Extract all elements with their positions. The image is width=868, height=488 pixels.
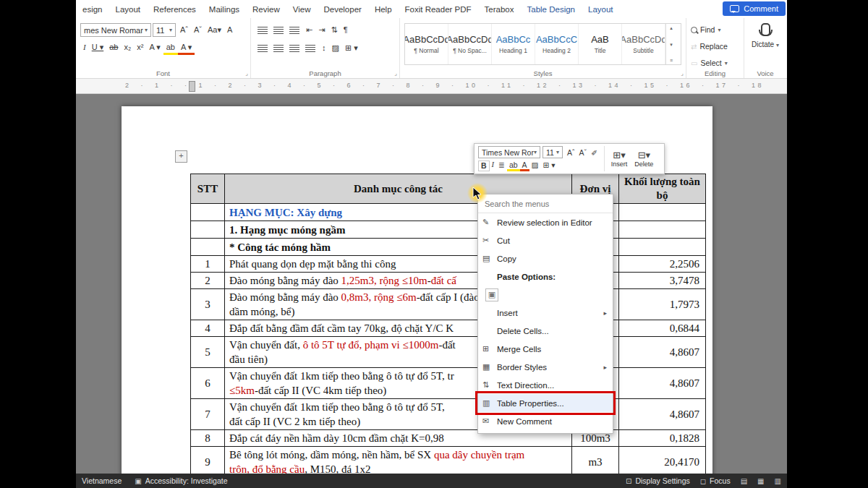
align-left-icon[interactable] bbox=[258, 45, 268, 52]
context-menu-item[interactable]: ▣ ▸ bbox=[478, 286, 613, 304]
cell-stt[interactable]: 4 bbox=[191, 320, 225, 337]
mini-font-name-select[interactable]: Times New Ror▾ bbox=[478, 146, 540, 158]
font-format-icon[interactable]: I bbox=[80, 42, 89, 55]
table-row[interactable]: HẠNG MỤC: Xây dựng bbox=[191, 204, 706, 221]
cell-stt[interactable]: 8 bbox=[191, 430, 225, 447]
paragraph-format-icon[interactable]: ⊞ ▾ bbox=[342, 43, 361, 53]
ribbon-tab[interactable]: esign bbox=[76, 5, 109, 14]
find-button[interactable]: Find ▾ bbox=[691, 23, 739, 36]
table-row[interactable]: 9 Bê tông lót móng, dầm móng, nền hầm, b… bbox=[191, 447, 706, 474]
cell-stt[interactable] bbox=[191, 221, 225, 239]
style-item[interactable]: AaBbCcDd ¶ No Spac... bbox=[448, 24, 492, 64]
dialog-launcher-icon[interactable]: ⌟ bbox=[681, 70, 684, 77]
cell-stt[interactable]: 6 bbox=[191, 368, 225, 399]
font-format-icon[interactable]: x² bbox=[134, 42, 146, 55]
font-format-icon[interactable]: A ▾ bbox=[178, 42, 195, 55]
paragraph-tool-icon[interactable]: ¶ bbox=[341, 25, 351, 35]
align-right-icon[interactable] bbox=[289, 45, 299, 52]
font-format-icon[interactable]: x₂ bbox=[121, 42, 134, 55]
cell-qty[interactable]: 0,1828 bbox=[619, 430, 706, 447]
gallery-expand-icon[interactable]: ≡ bbox=[670, 58, 673, 63]
ribbon-tab[interactable]: References bbox=[147, 5, 203, 14]
comments-button[interactable]: Comment bbox=[723, 1, 786, 16]
cell-stt[interactable]: 3 bbox=[191, 289, 225, 320]
cell-qty[interactable]: 4,8607 bbox=[619, 368, 706, 399]
cell-qty[interactable] bbox=[619, 239, 706, 256]
font-tool-icon[interactable]: Aˆ bbox=[177, 25, 191, 35]
cell-qty[interactable]: 1,7973 bbox=[619, 289, 706, 320]
print-layout-button[interactable]: ▦ bbox=[757, 477, 764, 485]
numbering-icon[interactable] bbox=[273, 27, 284, 34]
dialog-launcher-icon[interactable]: ⌟ bbox=[394, 70, 397, 77]
dictate-button[interactable]: Dictate ▾ bbox=[749, 23, 782, 48]
table-row[interactable]: 8 Đắp cát đáy nền hầm dày 10cm đầm chặt … bbox=[191, 430, 706, 447]
read-mode-button[interactable]: ▤ bbox=[741, 477, 747, 485]
focus-button[interactable]: ◻ Focus bbox=[700, 476, 731, 485]
table-move-handle-icon[interactable]: + bbox=[175, 150, 187, 163]
paragraph-format-icon[interactable]: ▨ bbox=[329, 43, 342, 53]
paragraph-format-icon[interactable]: ↕ bbox=[319, 43, 329, 53]
mini-format-icon[interactable]: A bbox=[520, 160, 529, 171]
ruler[interactable]: 2 · 1 · · 1 · 2 · 3 · 4 · 5 · 6 · 7 · 8 … bbox=[76, 79, 787, 94]
scroll-up-icon[interactable]: ▴ bbox=[670, 25, 673, 31]
context-menu-item[interactable]: Insert ▸ bbox=[478, 304, 613, 322]
font-format-icon[interactable]: U ▾ bbox=[89, 42, 107, 55]
ribbon-tab[interactable]: Table Design bbox=[521, 5, 582, 14]
ribbon-tab[interactable]: Foxit Reader PDF bbox=[399, 5, 478, 14]
table-row[interactable]: 5 Vận chuyển đất, ô tô 5T tự đổ, phạm vi… bbox=[191, 337, 706, 368]
cell-stt[interactable]: 2 bbox=[191, 273, 225, 289]
cell-unit[interactable]: m3 bbox=[572, 447, 619, 474]
context-menu-item[interactable]: ▥ Table Properties... ▸ bbox=[478, 394, 613, 412]
style-item[interactable]: AaBbCcDd ¶ Normal bbox=[405, 24, 448, 64]
language-status[interactable]: Vietnamese bbox=[82, 476, 122, 485]
table-row[interactable]: 1. Hạng mục móng ngầm bbox=[191, 221, 706, 239]
font-tool-icon[interactable]: Aˇ bbox=[191, 25, 205, 35]
context-menu-item[interactable]: Paste Options: ▸ bbox=[478, 267, 613, 286]
scroll-down-icon[interactable]: ▾ bbox=[670, 42, 673, 48]
cell-qty[interactable]: 4,8607 bbox=[619, 399, 706, 430]
context-menu-item[interactable]: ✂ Cut ▸ bbox=[478, 231, 613, 249]
dialog-launcher-icon[interactable]: ⌟ bbox=[245, 70, 248, 77]
cell-qty[interactable]: 20,4170 bbox=[619, 447, 706, 474]
align-center-icon[interactable] bbox=[273, 45, 284, 52]
ribbon-tab[interactable]: Mailings bbox=[203, 5, 246, 14]
paragraph-tool-icon[interactable]: ⇅ bbox=[328, 25, 340, 35]
font-name-select[interactable]: mes New Romar▾ bbox=[80, 23, 151, 37]
cell-qty[interactable] bbox=[619, 221, 706, 239]
context-menu-item[interactable]: Delete Cells... ▸ bbox=[478, 322, 613, 340]
cell-stt[interactable] bbox=[191, 204, 225, 221]
font-size-select[interactable]: 11▾ bbox=[153, 23, 176, 37]
cell-qty[interactable]: 4,8607 bbox=[619, 337, 706, 368]
table-row[interactable]: 7 Vận chuyển đất 1km tiếp theo bằng ô tô… bbox=[191, 399, 706, 430]
font-tool-icon[interactable]: Aa▾ bbox=[205, 25, 224, 35]
mini-format-icon[interactable]: ab bbox=[507, 160, 520, 171]
mini-insert-button[interactable]: ⊞▾ Insert bbox=[609, 146, 630, 171]
mini-format-icon[interactable]: ≣ bbox=[496, 160, 507, 171]
cell-qty[interactable]: 0,6844 bbox=[619, 320, 706, 337]
cell-qty[interactable] bbox=[619, 204, 706, 221]
replace-button[interactable]: ⇄ Replace bbox=[691, 40, 739, 53]
context-menu-item[interactable]: ▤ Copy ▸ bbox=[478, 249, 613, 267]
style-item[interactable]: AaBbCcC Heading 2 bbox=[535, 24, 579, 64]
cell-qty[interactable]: 2,2506 bbox=[619, 256, 706, 273]
font-format-icon[interactable]: A ▾ bbox=[146, 42, 163, 55]
style-item[interactable]: AaBbCcDd Subtitle bbox=[622, 24, 665, 64]
mini-delete-button[interactable]: ⊟▾ Delete bbox=[632, 146, 655, 171]
table-row[interactable]: 3 Đào móng bằng máy đào 0,8m3, rộng ≤6m-… bbox=[191, 289, 706, 320]
ribbon-tab[interactable]: Terabox bbox=[478, 5, 521, 14]
indent-marker[interactable] bbox=[189, 81, 195, 92]
web-layout-button[interactable]: ▥ bbox=[775, 477, 781, 485]
cell-stt[interactable]: 9 bbox=[191, 447, 225, 474]
justify-icon[interactable] bbox=[305, 45, 315, 52]
cell-stt[interactable]: 1 bbox=[191, 256, 225, 273]
context-menu-item[interactable]: ✉ New Comment ▸ bbox=[478, 412, 613, 430]
font-tool-icon[interactable]: A bbox=[224, 25, 235, 35]
context-menu-item[interactable]: ⊞ Merge Cells ▸ bbox=[478, 340, 613, 358]
select-button[interactable]: ▭ Select ▾ bbox=[691, 56, 739, 69]
mini-format-icon[interactable]: ⊞ ▾ bbox=[541, 160, 558, 171]
mini-font-size-select[interactable]: 11▾ bbox=[542, 146, 563, 158]
mini-format-icon[interactable]: B bbox=[478, 160, 490, 171]
paragraph-tool-icon[interactable]: ⇤ bbox=[303, 25, 315, 35]
mini-format-icon[interactable]: I bbox=[490, 160, 497, 171]
bullets-icon[interactable] bbox=[258, 27, 268, 34]
